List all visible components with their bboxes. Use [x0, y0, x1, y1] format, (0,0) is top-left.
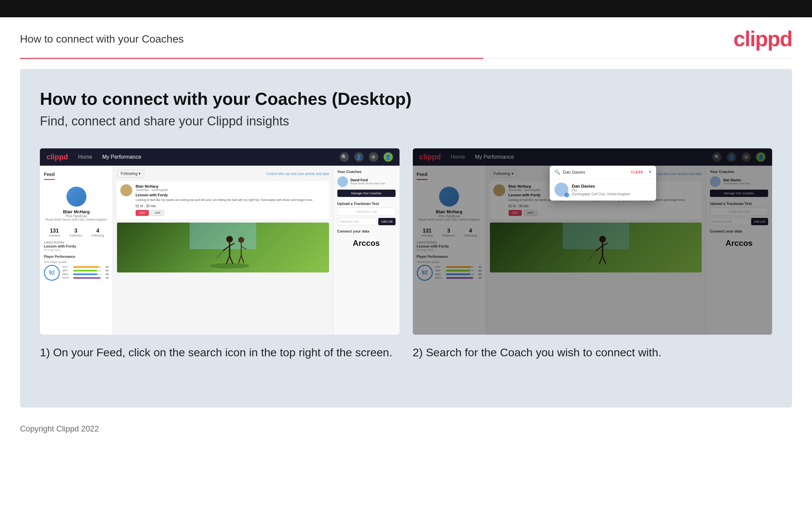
score-circle: 92 [44, 265, 60, 281]
nav-logo: clippd [47, 153, 68, 161]
step-1-label: 1) On your Feed, click on the search ico… [40, 344, 399, 361]
app-button[interactable]: APP [151, 210, 164, 216]
stat-followers: 3 Followers [69, 228, 83, 237]
svg-rect-14 [562, 222, 629, 249]
connect-section: Connect your data Arccos [337, 229, 395, 251]
search-icon[interactable]: 🔍 [340, 153, 349, 162]
following-row: Following ▾ Control who can see your act… [117, 170, 329, 178]
profile-name: Blair McHarg [44, 209, 109, 214]
close-button[interactable]: × [649, 169, 652, 175]
main-content: How to connect with your Coaches (Deskto… [20, 69, 792, 408]
profile-icon-right[interactable]: 👤 [727, 153, 736, 162]
nav-logo-right: clippd [420, 153, 441, 161]
svg-point-2 [226, 236, 233, 243]
followers-count: 3 [69, 228, 83, 234]
add-link-button[interactable]: Add Link [378, 218, 395, 225]
trackman-field[interactable]: Trackman Link [337, 218, 377, 225]
lesson-meta: Yesterday · Sunningdale [136, 188, 326, 192]
stat-following: 4 Following [91, 228, 104, 237]
svg-point-9 [238, 237, 244, 243]
profile-handicap: Plus Handicap [44, 214, 109, 218]
main-title: How to connect with your Coaches (Deskto… [40, 89, 772, 109]
feed-tab[interactable]: Feed [44, 170, 55, 180]
svg-line-12 [239, 255, 241, 263]
screenshot-left: clippd Home My Performance 🔍 👤 ⚙ 👤 [40, 149, 399, 361]
footer: Copyright Clippd 2022 [0, 418, 812, 440]
svg-line-8 [217, 251, 223, 259]
following-label: Following [91, 234, 104, 237]
profile-avatar [66, 186, 86, 207]
settings-icon[interactable]: ⚙ [369, 153, 378, 162]
stat-activities: 131 Activities [49, 228, 60, 237]
search-result[interactable]: ✓ Dan Davies Pro Sunningdale Golf Club, … [550, 179, 656, 201]
trackman-placeholder: Trackman Link [337, 208, 395, 216]
coach-row: David Ford Royal North Devon Golf Club [337, 176, 395, 187]
screenshot-right-container: clippd Home My Performance 🔍 👤 ⚙ 👤 [413, 149, 772, 335]
lesson-card: Blair McHarg Yesterday · Sunningdale Les… [117, 181, 329, 219]
lesson-user-avatar [120, 184, 132, 196]
following-button[interactable]: Following ▾ [117, 170, 144, 178]
app-right-panel: Your Coaches David Ford Royal North Devo… [333, 166, 399, 335]
search-icon-overlay: 🔍 [555, 169, 560, 175]
nav-my-perf-right: My Performance [475, 154, 514, 160]
activities-label: Activities [49, 234, 60, 237]
lesson-duration: 01 hr : 30 min [136, 204, 326, 208]
latest-activity: Latest Activity Lesson with Fordy 03 Aug… [44, 241, 109, 252]
profile-avatar-right [439, 186, 459, 207]
manage-coaches-button[interactable]: Manage Your Coaches [337, 189, 395, 197]
coach-avatar [337, 176, 348, 187]
coach-name: David Ford [351, 178, 385, 182]
lesson-user: Blair McHarg [136, 184, 326, 188]
app-mockup-left: clippd Home My Performance 🔍 👤 ⚙ 👤 [40, 149, 399, 335]
user-avatar-icon-right[interactable]: 👤 [756, 153, 765, 162]
settings-icon-right[interactable]: ⚙ [742, 153, 751, 162]
activity-date: 03 Aug 2022 [44, 248, 109, 252]
activity-name: Lesson with Fordy [44, 244, 109, 248]
player-performance: Player Performance Total Player Quality … [44, 255, 109, 281]
page-title: How to connect with your Coaches [20, 33, 184, 45]
screenshot-right: clippd Home My Performance 🔍 👤 ⚙ 👤 [413, 149, 772, 361]
svg-point-15 [599, 236, 606, 243]
screenshots-row: clippd Home My Performance 🔍 👤 ⚙ 👤 [40, 149, 772, 361]
profile-stats-right: 131 Activities 3 Followers 4 Following [417, 228, 482, 237]
result-info: Dan Davies Pro Sunningdale Golf Club, Un… [572, 184, 652, 196]
app-main: Following ▾ Control who can see your act… [113, 166, 333, 335]
app-content: Feed Blair McHarg Plus Handicap Royal No… [40, 166, 399, 335]
golf-course-image [117, 222, 329, 272]
following-count: 4 [91, 228, 104, 234]
search-icon-right[interactable]: 🔍 [712, 153, 722, 162]
search-input-value[interactable]: Dan Davies [563, 170, 628, 175]
coach-club: Royal North Devon Golf Club [351, 182, 385, 185]
profile-icon[interactable]: 👤 [354, 153, 364, 162]
player-performance-right: Player Performance Total Player Quality … [417, 255, 482, 281]
control-link[interactable]: Control who can see your activity and da… [266, 172, 329, 176]
clear-button[interactable]: CLEAR [631, 170, 643, 174]
golfer-silhouette [117, 222, 329, 272]
svg-line-19 [599, 256, 602, 264]
user-avatar-icon[interactable]: 👤 [384, 153, 393, 162]
nav-icons-right: 🔍 👤 ⚙ 👤 [712, 153, 765, 162]
svg-line-13 [241, 255, 244, 263]
total-label: Total Player Quality [44, 260, 109, 263]
svg-line-7 [230, 256, 233, 264]
nav-home: Home [78, 154, 92, 160]
followers-label: Followers [69, 234, 83, 237]
lesson-info: Blair McHarg Yesterday · Sunningdale Les… [136, 184, 326, 216]
search-overlay: 🔍 Dan Davies CLEAR × ✓ Dan Davies Pro Su… [550, 166, 656, 201]
app-right-right: Your Coaches Dan Davies Sunningdale Golf… [706, 166, 772, 335]
svg-line-6 [226, 256, 230, 264]
profile-section-right: Blair McHarg Plus Handicap Royal North D… [417, 183, 482, 224]
header-divider [20, 58, 792, 59]
stat-following-right: 4 Following [464, 228, 477, 237]
copyright-text: Copyright Clippd 2022 [20, 424, 99, 433]
off-button[interactable]: OFF [136, 210, 149, 216]
perf-title: Player Performance [44, 255, 109, 258]
profile-section: Blair McHarg Plus Handicap Royal North D… [44, 183, 109, 224]
profile-name-right: Blair McHarg [417, 209, 482, 214]
stat-activities-right: 131 Activities [421, 228, 433, 237]
bar-arg: ARG 86 [62, 273, 109, 276]
perf-bars: OTT 90 APP 85 [62, 265, 109, 280]
latest-activity-label: Latest Activity [44, 241, 109, 244]
activities-count: 131 [49, 228, 60, 234]
bar-app: APP 85 [62, 269, 109, 272]
